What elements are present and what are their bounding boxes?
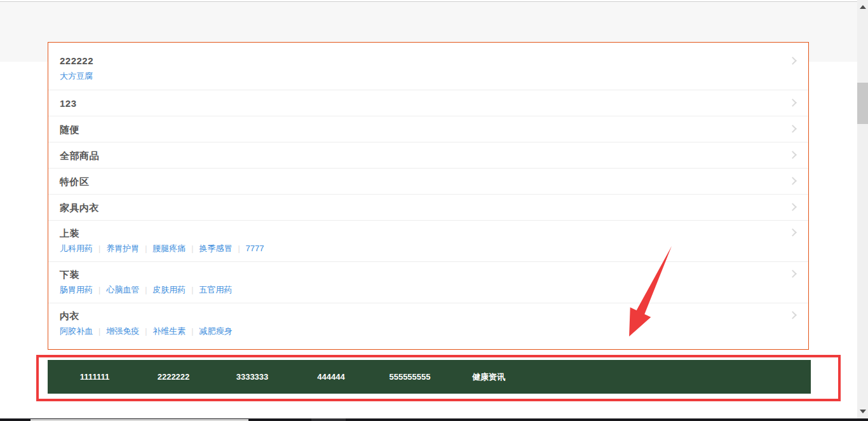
category-title[interactable]: 222222 [60,55,783,66]
link-separator: | [98,244,100,253]
scrollbar-down-arrow-icon[interactable] [860,410,866,413]
footer-nav-item[interactable]: 444444 [292,372,370,382]
footer-nav-item[interactable]: 555555555 [370,372,449,382]
chevron-right-icon [789,151,797,159]
category-row[interactable]: 内衣 阿胶补血|增强免疫|补维生素|减肥瘦身 [48,303,808,344]
category-row[interactable]: 家具内衣 [48,195,808,221]
subcategory-links: 大方豆腐 [60,71,783,81]
bottom-strip-dark-segment [311,418,346,421]
category-row[interactable]: 随便 [48,116,808,142]
link-separator: | [238,244,240,253]
category-list-panel: 222222 大方豆腐 123 随便 全部商品 特价区 家具内衣 上装 儿科用药… [48,42,809,350]
subcategory-links: 肠胃用药|心脑血管|皮肤用药|五官用药 [60,285,783,295]
chevron-right-icon [789,270,797,278]
vertical-scrollbar[interactable] [857,0,868,421]
subcategory-link[interactable]: 增强免疫 [106,326,139,336]
link-separator: | [145,244,147,253]
subcategory-link[interactable]: 儿科用药 [60,244,93,253]
chevron-right-icon [789,228,797,237]
subcategory-link[interactable]: 补维生素 [153,326,186,336]
subcategory-link[interactable]: 心脑血管 [106,285,139,294]
category-row[interactable]: 下装 肠胃用药|心脑血管|皮肤用药|五官用药 [48,262,808,303]
category-title[interactable]: 下装 [60,269,783,280]
subcategory-links: 阿胶补血|增强免疫|补维生素|减肥瘦身 [60,326,783,336]
chevron-right-icon [789,57,797,65]
link-separator: | [145,286,147,294]
footer-nav-item[interactable]: 2222222 [134,372,213,382]
footer-nav-bar: 111111122222223333333444444555555555健康资讯 [48,360,811,394]
category-title[interactable]: 内衣 [60,310,783,321]
category-row[interactable]: 全部商品 [48,142,808,169]
footer-nav-item[interactable]: 3333333 [213,372,292,382]
subcategory-link[interactable]: 减肥瘦身 [199,326,232,336]
category-title[interactable]: 上装 [60,228,783,238]
category-row[interactable]: 222222 大方豆腐 [48,43,808,90]
link-separator: | [98,327,100,336]
category-title[interactable]: 123 [60,98,783,109]
category-title[interactable]: 全部商品 [60,150,783,161]
subcategory-links: 儿科用药|养胃护胃|腰腿疼痛|换季感冒|7777 [60,244,783,254]
footer-nav-item[interactable]: 健康资讯 [449,371,528,383]
subcategory-link[interactable]: 换季感冒 [199,244,232,253]
link-separator: | [191,286,193,294]
scrollbar-thumb[interactable] [857,83,868,124]
link-separator: | [191,327,193,336]
chevron-right-icon [789,311,797,319]
subcategory-link[interactable]: 皮肤用药 [153,285,186,294]
category-title[interactable]: 家具内衣 [60,202,783,213]
category-row[interactable]: 123 [48,90,808,116]
category-title[interactable]: 随便 [60,124,783,135]
chevron-right-icon [789,99,797,107]
scrollbar-up-arrow-icon[interactable] [860,5,866,9]
link-separator: | [145,327,147,336]
subcategory-link[interactable]: 肠胃用药 [60,285,93,294]
subcategory-link[interactable]: 腰腿疼痛 [153,244,186,253]
subcategory-link[interactable]: 五官用药 [199,285,232,294]
footer-nav-item[interactable]: 1111111 [55,372,134,382]
category-row[interactable]: 特价区 [48,169,808,195]
chevron-right-icon [789,177,797,185]
chevron-right-icon [789,125,797,133]
chevron-right-icon [789,203,797,211]
subcategory-link[interactable]: 阿胶补血 [60,326,93,336]
subcategory-link[interactable]: 7777 [246,244,264,253]
link-separator: | [191,244,193,253]
screen-bottom-edge-strip [0,418,868,421]
category-title[interactable]: 特价区 [60,176,783,187]
subcategory-link[interactable]: 养胃护胃 [106,244,139,253]
category-row[interactable]: 上装 儿科用药|养胃护胃|腰腿疼痛|换季感冒|7777 [48,221,808,262]
subcategory-link[interactable]: 大方豆腐 [60,71,93,81]
link-separator: | [98,286,100,294]
